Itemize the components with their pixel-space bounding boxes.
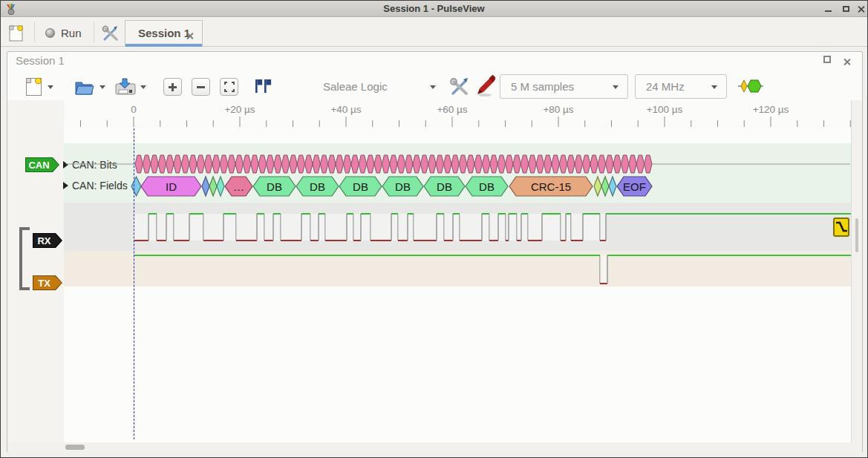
plus-icon-bar <box>172 83 174 91</box>
decoder-row-fields[interactable]: CAN: Fields <box>63 180 128 192</box>
combo-arrow-icon <box>711 85 717 89</box>
close-icon <box>857 5 865 13</box>
decoder-icon <box>738 79 763 94</box>
tab-session-1[interactable]: Session 1 <box>125 20 203 47</box>
tools-icon <box>449 76 469 96</box>
open-button[interactable] <box>74 78 95 99</box>
row-label: CAN: Fields <box>72 180 128 192</box>
zoom-fit-icon <box>224 82 235 92</box>
new-file-dropdown-arrow[interactable] <box>48 85 53 89</box>
new-file-button[interactable] <box>25 76 42 99</box>
ruler-label: 0 <box>131 104 137 115</box>
zoom-edges-button[interactable] <box>253 77 273 99</box>
toolbar-separator <box>34 22 35 42</box>
ruler-label: +100 µs <box>647 104 683 115</box>
new-file-icon <box>25 76 42 96</box>
float-icon <box>823 56 831 63</box>
tag-label: TX <box>33 275 56 290</box>
run-label: Run <box>61 27 82 39</box>
open-folder-icon <box>74 78 95 96</box>
decoder-rows-background[interactable] <box>64 143 851 203</box>
minimize-icon <box>825 10 832 12</box>
tab-active-indicator <box>125 44 202 47</box>
pulse-flags-icon <box>253 77 273 96</box>
save-button[interactable] <box>115 77 136 99</box>
decoder-tag-can[interactable]: CAN <box>25 157 59 172</box>
save-dropdown-arrow[interactable] <box>140 85 146 89</box>
save-icon <box>115 77 136 96</box>
zoom-fit-button[interactable] <box>220 78 238 96</box>
window-title: Session 1 - PulseView <box>1 1 867 17</box>
maximize-button[interactable] <box>838 1 853 17</box>
trace-header-sidebar <box>7 100 64 442</box>
sample-count-combo[interactable]: 5 M samples <box>500 74 628 99</box>
combo-arrow-icon <box>613 85 619 89</box>
signal-tag-rx[interactable]: RX <box>33 233 62 248</box>
run-icon <box>45 28 55 38</box>
zoom-in-button[interactable] <box>163 78 182 96</box>
open-dropdown-arrow[interactable] <box>99 85 105 89</box>
app-window: Session 1 - PulseView Run Session 1 Sess… <box>0 0 868 458</box>
trace-right-margin <box>851 100 862 442</box>
decoder-row-bits[interactable]: CAN: Bits <box>63 159 117 171</box>
title-bar[interactable]: Session 1 - PulseView <box>1 1 867 17</box>
ruler-label: +20 µs <box>224 104 255 115</box>
zoom-out-button[interactable] <box>192 78 210 96</box>
probe-icon <box>476 75 495 97</box>
ruler-label: +60 µs <box>437 104 467 115</box>
add-decoder-button[interactable] <box>738 79 763 96</box>
sample-rate-combo[interactable]: 24 MHz <box>635 74 727 99</box>
vertical-scrollbar-handle[interactable] <box>855 218 858 252</box>
close-button[interactable] <box>853 1 868 17</box>
horizontal-scrollbar-handle[interactable] <box>65 445 85 450</box>
expand-triangle-icon[interactable] <box>63 182 68 189</box>
new-session-button[interactable] <box>9 24 24 42</box>
configure-device-button[interactable] <box>449 76 469 99</box>
sample-count-value: 5 M samples <box>511 80 574 93</box>
tab-label: Session 1 <box>138 27 190 39</box>
tools-icon <box>102 25 120 42</box>
tag-label: CAN <box>25 157 53 172</box>
tx-row-background[interactable] <box>64 251 851 287</box>
new-document-icon <box>9 24 24 42</box>
ruler-label: +40 µs <box>330 104 361 115</box>
run-button[interactable]: Run <box>45 23 82 42</box>
tab-close-icon[interactable] <box>186 32 194 40</box>
rx-row-background[interactable] <box>64 203 851 251</box>
ruler-label: +120 µs <box>753 104 789 115</box>
tag-label: RX <box>33 233 56 248</box>
time-cursor[interactable] <box>134 128 134 439</box>
ruler-label: +80 µs <box>543 104 573 115</box>
settings-button[interactable] <box>102 25 120 45</box>
toolbar-separator <box>94 22 94 42</box>
row-label: CAN: Bits <box>72 159 117 171</box>
channels-button[interactable] <box>476 75 495 100</box>
sample-rate-value: 24 MHz <box>646 80 685 93</box>
expand-triangle-icon[interactable] <box>63 161 68 169</box>
panel-title: Session 1 <box>16 54 65 67</box>
panel-float-button[interactable] <box>823 56 831 63</box>
device-selector[interactable]: Saleae Logic <box>323 80 388 93</box>
minimize-button[interactable] <box>820 1 835 17</box>
panel-close-button[interactable] <box>843 58 851 66</box>
falling-edge-icon <box>835 219 848 235</box>
maximize-icon <box>843 6 849 12</box>
signal-tag-tx[interactable]: TX <box>33 275 62 290</box>
minus-icon <box>197 86 205 88</box>
trigger-marker[interactable] <box>833 217 849 237</box>
device-dropdown-arrow[interactable] <box>430 85 436 89</box>
scrollbar-track <box>7 442 862 453</box>
